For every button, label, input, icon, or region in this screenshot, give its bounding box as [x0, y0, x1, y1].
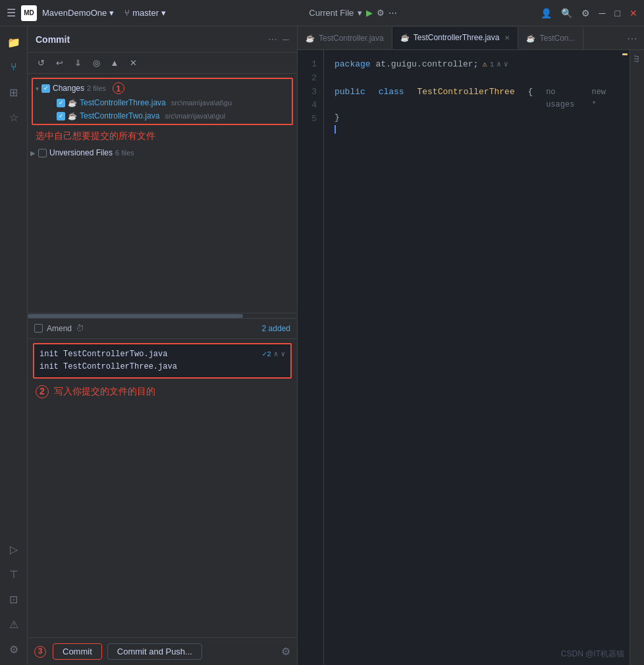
close-button[interactable]: ✕: [630, 8, 637, 18]
scroll-marker: [622, 53, 628, 55]
java-file-icon-two: ☕: [68, 112, 77, 120]
file-item-three[interactable]: ✓ ☕ TestControllerThree.java src\main\ja…: [33, 96, 292, 109]
commit-message-area[interactable]: init TestControllerTwo.java ✓2 ∧ ∨ init …: [33, 343, 292, 379]
panel-more-icon[interactable]: ⋯: [268, 34, 277, 45]
tab-label-2: TestControllerThree.java: [414, 33, 500, 42]
hamburger-icon[interactable]: ☰: [7, 7, 16, 19]
commit-msg-line-1: init TestControllerTwo.java ✓2 ∧ ∨: [40, 348, 285, 361]
current-file-dropdown-icon[interactable]: ▾: [358, 8, 362, 18]
commit-buttons-area: 3 Commit Commit and Push... ⚙: [28, 637, 297, 665]
main-layout: 📁 ⑂ ⊞ ☆ ▷ ⊤ ⊡ ⚠ ⚙ Commit ⋯ ─ ↺ ↩ ⇓ ◎ ▲ ✕: [0, 26, 644, 665]
check-count-icon: ✓2: [263, 349, 271, 361]
file-three-checkbox[interactable]: ✓: [57, 99, 65, 107]
horizontal-scrollbar[interactable]: [28, 313, 297, 318]
rail-git-bottom-icon[interactable]: ⊡: [3, 589, 24, 610]
debug-icon[interactable]: ⚙: [377, 8, 385, 18]
tab-icon-2: ☕: [400, 34, 410, 42]
amend-history-icon[interactable]: ⏱: [76, 323, 84, 333]
rail-git-icon[interactable]: ⑂: [3, 57, 24, 78]
text-cursor: [335, 125, 336, 134]
commit-msg-text-1: init TestControllerTwo.java: [40, 348, 167, 361]
commit-msg-line-2: init TestControllerThree.java: [40, 361, 285, 373]
code-line-4: }: [335, 111, 610, 125]
file-two-name: TestControllerTwo.java: [80, 111, 159, 120]
changes-chevron[interactable]: ▾: [36, 85, 39, 92]
undo-icon[interactable]: ↩: [51, 55, 67, 71]
unversioned-chevron[interactable]: ▶: [30, 149, 36, 157]
java-file-icon-three: ☕: [68, 99, 77, 107]
minimize-button[interactable]: ─: [599, 8, 606, 18]
rail-bookmarks-icon[interactable]: ☆: [3, 107, 24, 128]
tab-label-3: TestCon...: [539, 34, 575, 43]
eye-icon[interactable]: ◎: [88, 55, 104, 71]
file-two-checkbox[interactable]: ✓: [57, 112, 65, 120]
rail-folder-icon[interactable]: 📁: [3, 32, 24, 53]
changes-count: 2 files: [87, 84, 106, 92]
changes-group-header[interactable]: ▾ ✓ Changes 2 files 1: [33, 80, 292, 96]
file-item-two[interactable]: ✓ ☕ TestControllerTwo.java src\main\java…: [33, 109, 292, 122]
changes-label: Changes: [53, 84, 84, 93]
warning-badge-1: ⚠ 1 ∧ ∨: [482, 59, 508, 71]
up-icon[interactable]: ▲: [107, 55, 122, 71]
editor-scrollbar[interactable]: [620, 50, 630, 665]
annotation-badge-2: 2: [36, 385, 49, 398]
amend-checkbox[interactable]: [34, 324, 43, 332]
bottom-spacer: [28, 404, 297, 637]
tab-testcon[interactable]: ☕ TestCon...: [518, 27, 583, 49]
commit-and-push-button[interactable]: Commit and Push...: [107, 643, 202, 660]
project-dropdown-icon[interactable]: ▾: [109, 8, 114, 18]
minimap-label: m: [632, 55, 642, 63]
tab-testcontroller[interactable]: ☕ TestController.java: [298, 27, 392, 49]
maximize-button[interactable]: □: [615, 8, 620, 18]
commit-msg-text-2: init TestControllerThree.java: [40, 361, 177, 373]
tab-icon-1: ☕: [306, 34, 315, 43]
unversioned-group-header[interactable]: ▶ Unversioned Files 6 files: [28, 146, 297, 159]
expand-up-icon[interactable]: ∧: [274, 349, 279, 361]
commit-settings-icon[interactable]: ⚙: [281, 645, 290, 658]
kw-package: package: [335, 59, 371, 69]
unversioned-count: 6 files: [115, 149, 134, 157]
code-line-3: public class TestControllerThree { no us…: [335, 86, 610, 111]
run-selector[interactable]: Current File ▾ ▶ ⚙ ⋯: [309, 8, 397, 18]
more-run-icon[interactable]: ⋯: [389, 8, 397, 18]
search-icon[interactable]: 🔍: [561, 8, 572, 18]
line-numbers: 1 2 3 4 5: [298, 50, 324, 665]
rail-structure-icon[interactable]: ⊞: [3, 82, 24, 103]
close-toolbar-icon[interactable]: ✕: [125, 55, 141, 71]
project-name[interactable]: MavenDemoOne ▾: [42, 8, 114, 18]
rail-run-icon[interactable]: ▷: [3, 539, 24, 560]
branch-selector[interactable]: ⑂ master ▾: [124, 8, 166, 18]
tab-close-2[interactable]: ✕: [504, 34, 510, 41]
changes-checkbox[interactable]: ✓: [41, 84, 50, 93]
added-badge: 2 added: [262, 324, 290, 333]
rail-warn-icon[interactable]: ⚠: [3, 614, 24, 635]
titlebar-right: 👤 🔍 ⚙ ─ □ ✕: [541, 8, 637, 18]
panel-header-icons: ⋯ ─: [268, 34, 289, 45]
download-icon[interactable]: ⇓: [70, 55, 86, 71]
expand-down-icon[interactable]: ∨: [281, 349, 285, 361]
tab-testcontrollerthree[interactable]: ☕ TestControllerThree.java ✕: [392, 27, 519, 49]
annotation-1-text: 选中自己想要提交的所有文件: [28, 126, 297, 146]
branch-dropdown-icon[interactable]: ▾: [161, 8, 166, 18]
editor-content: 1 2 3 4 5 package at.guigu.controller; ⚠…: [298, 50, 644, 665]
unversioned-label: Unversioned Files: [49, 148, 113, 157]
tab-bar: ☕ TestController.java ☕ TestControllerTh…: [298, 26, 644, 50]
run-icon[interactable]: ▶: [366, 8, 373, 18]
annotation-2-text: 写入你提交的文件的目的: [54, 386, 155, 396]
scrollbar-thumb[interactable]: [28, 314, 243, 318]
code-editor[interactable]: package at.guigu.controller; ⚠ 1 ∧ ∨ pub…: [324, 50, 620, 665]
code-line-2: [335, 72, 610, 86]
file-two-path: src\main\java\a\gui: [165, 112, 225, 120]
refresh-icon[interactable]: ↺: [33, 55, 49, 71]
panel-minimize-icon[interactable]: ─: [282, 34, 289, 45]
commit-button[interactable]: Commit: [53, 643, 102, 660]
tab-label-1: TestController.java: [319, 34, 384, 43]
user-icon[interactable]: 👤: [541, 8, 552, 18]
rail-terminal-icon[interactable]: ⊤: [3, 564, 24, 585]
annotation-2-area: 2 写入你提交的文件的目的: [28, 383, 297, 404]
unversioned-checkbox[interactable]: [38, 149, 47, 157]
rail-settings-bottom-icon[interactable]: ⚙: [3, 639, 24, 660]
tab-more-icon[interactable]: ⋯: [620, 27, 644, 49]
commit-toolbar: ↺ ↩ ⇓ ◎ ▲ ✕: [28, 53, 297, 74]
settings-icon[interactable]: ⚙: [581, 8, 590, 18]
